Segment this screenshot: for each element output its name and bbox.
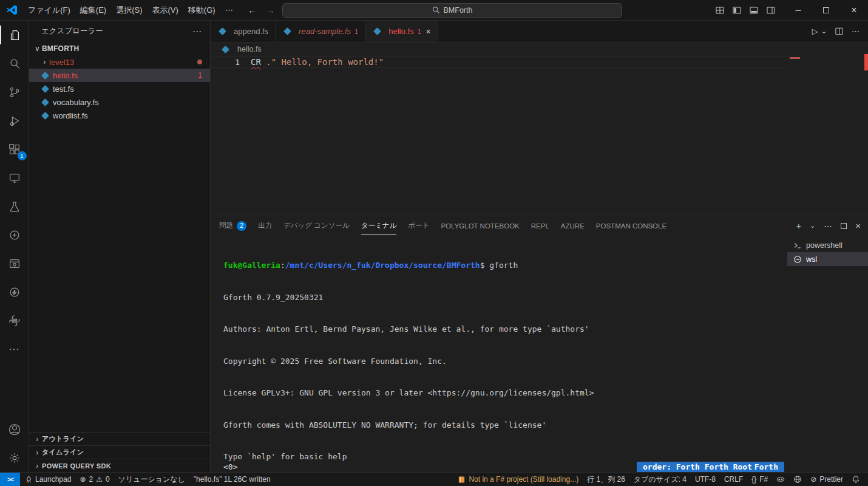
close-panel-icon[interactable]: ×	[855, 221, 861, 231]
remote-indicator[interactable]: ><	[0, 473, 20, 486]
solution-item[interactable]: ソリューションなし	[114, 473, 189, 486]
panel-tab-terminal[interactable]: ターミナル	[361, 216, 397, 235]
panel-tab-ports[interactable]: ポート	[408, 216, 429, 235]
activity-run-debug[interactable]	[0, 106, 29, 135]
menu-file[interactable]: ファイル(F)	[23, 3, 75, 18]
maximize-button[interactable]	[812, 0, 840, 21]
activity-thunder-client[interactable]	[0, 278, 29, 306]
toggle-secondary-sidebar-icon[interactable]	[766, 5, 776, 15]
terminal-item-powershell[interactable]: powershell	[787, 238, 868, 252]
code-editor[interactable]: 1 CR ." Hello, Forth world!"	[211, 56, 868, 216]
fsharp-file-icon	[283, 27, 291, 35]
tree-item-vocabulary-fs[interactable]: vocabulary.fs	[29, 95, 210, 109]
fsharp-project-status[interactable]: Not in a F# project (Still loading...)	[453, 473, 583, 486]
panel-more-icon[interactable]: ⋯	[824, 221, 832, 231]
chevron-down-icon: ∨	[33, 44, 42, 53]
tree-item-level13[interactable]: › level13	[29, 55, 210, 69]
customize-layout-icon[interactable]	[715, 5, 725, 15]
forward-icon[interactable]: →	[264, 5, 277, 15]
panel-tab-postman-console[interactable]: POSTMAN CONSOLE	[596, 216, 666, 235]
dotnet-interactive-icon	[8, 228, 21, 242]
section-outline[interactable]: › アウトライン	[29, 432, 210, 445]
globe-item[interactable]	[789, 473, 806, 486]
activity-explorer[interactable]	[0, 21, 29, 49]
language-mode-item[interactable]: {} F#	[747, 473, 772, 486]
sdk-tools-icon	[8, 257, 21, 270]
tree-item-wordlist-fs[interactable]: wordlist.fs	[29, 109, 210, 122]
file-label: hello.fs	[53, 71, 78, 80]
activity-sdk-tools[interactable]	[0, 249, 29, 278]
panel-tab-repl[interactable]: REPL	[531, 216, 549, 235]
section-label: アウトライン	[42, 434, 84, 443]
tab-hello-fs[interactable]: hello.fs 1 ×	[365, 21, 438, 42]
file-written-item: "hello.fs" 1L 26C written	[189, 473, 275, 486]
gforth-order-bar: order: Forth Forth Root Forth	[637, 462, 784, 472]
maximize-icon	[823, 7, 829, 13]
fsharp-file-icon	[222, 46, 229, 53]
activity-dotnet-interactive[interactable]	[0, 221, 29, 249]
account-button[interactable]	[0, 415, 29, 443]
toggle-panel-icon[interactable]	[749, 5, 759, 15]
menu-view[interactable]: 表示(V)	[147, 3, 183, 18]
activity-python[interactable]	[0, 306, 29, 335]
tree-root-bmforth[interactable]: ∨ BMFORTH	[29, 42, 210, 55]
panel-tab-polyglot-notebook[interactable]: POLYGLOT NOTEBOOK	[441, 216, 519, 235]
settings-button[interactable]	[0, 443, 29, 472]
eol-item[interactable]: CRLF	[720, 473, 747, 486]
editor-more-icon[interactable]: ⋯	[852, 27, 860, 36]
menu-selection[interactable]: 選択(S)	[111, 3, 147, 18]
more-icon: ⋯	[8, 343, 20, 356]
run-file-button[interactable]: ▷	[812, 27, 818, 36]
panel-tab-label: 出力	[258, 221, 272, 230]
activity-source-control[interactable]	[0, 78, 29, 106]
problems-item[interactable]: ⊗ 2 ⚠ 0	[75, 473, 114, 486]
prettier-item[interactable]: ⊘ Prettier	[806, 473, 847, 486]
cursor-position-item[interactable]: 行 1、列 26	[583, 473, 629, 486]
toggle-sidebar-icon[interactable]	[732, 5, 742, 15]
file-label: test.fs	[53, 84, 74, 94]
menu-edit[interactable]: 編集(E)	[75, 3, 111, 18]
activity-remote-explorer[interactable]	[0, 163, 29, 192]
terminal-viewport[interactable]: fuk@Galleria:/mnt/c/Users/n_fuk/Dropbox/…	[211, 235, 787, 472]
code-text: CR ." Hello, Forth world!"	[240, 57, 384, 67]
powershell-terminal-icon	[793, 241, 802, 250]
activity-testing[interactable]	[0, 192, 29, 221]
panel-tab-debug-console[interactable]: デバッグ コンソール	[283, 216, 350, 235]
new-terminal-button[interactable]: +	[796, 221, 801, 231]
minimize-button[interactable]: ─	[784, 0, 812, 21]
notifications-item[interactable]	[847, 473, 864, 486]
run-dropdown-icon[interactable]: ⌄	[821, 27, 827, 35]
section-power-query-sdk[interactable]: › POWER QUERY SDK	[29, 459, 210, 472]
panel-tab-output[interactable]: 出力	[258, 216, 272, 235]
panel-tab-azure[interactable]: AZURE	[561, 216, 585, 235]
activity-search[interactable]	[0, 49, 29, 78]
copilot-item[interactable]	[772, 473, 789, 486]
tab-close-icon[interactable]: ×	[426, 27, 431, 36]
activity-extensions[interactable]: 1	[0, 135, 29, 163]
menu-more-icon[interactable]: ⋯	[220, 4, 238, 16]
tab-size-item[interactable]: タブのサイズ: 4	[629, 473, 691, 486]
encoding-item[interactable]: UTF-8	[691, 473, 720, 486]
activity-more[interactable]: ⋯	[0, 335, 29, 363]
tab-read-sample-fs[interactable]: read-sample.fs 1	[276, 21, 365, 42]
prompt-path: /mnt/c/Users/n_fuk/Dropbox/source/BMFort…	[285, 261, 480, 270]
section-timeline[interactable]: › タイムライン	[29, 445, 210, 459]
tree-item-hello-fs[interactable]: hello.fs 1	[29, 69, 210, 82]
split-editor-icon[interactable]	[835, 27, 844, 36]
terminal-dropdown-icon[interactable]: ⌄	[810, 222, 815, 230]
command-center-search[interactable]: BMForth	[282, 3, 622, 18]
tree-item-test-fs[interactable]: test.fs	[29, 82, 210, 95]
menu-go[interactable]: 移動(G)	[183, 3, 220, 18]
close-button[interactable]: ×	[840, 0, 868, 21]
maximize-panel-icon[interactable]	[841, 223, 847, 229]
launchpad-item[interactable]: Launchpad	[20, 473, 75, 486]
panel-tab-problems[interactable]: 問題 2	[219, 216, 246, 235]
tab-append-fs[interactable]: append.fs	[211, 21, 276, 42]
section-label: POWER QUERY SDK	[42, 462, 111, 470]
back-icon[interactable]: ←	[246, 5, 259, 15]
breadcrumb[interactable]: hello.fs	[211, 43, 868, 56]
panel-actions: + ⌄ ⋯ ×	[796, 216, 861, 235]
terminal-item-label: wsl	[806, 255, 817, 264]
terminal-item-wsl[interactable]: wsl	[787, 252, 868, 266]
sidebar-more-icon[interactable]: ⋯	[192, 26, 202, 37]
